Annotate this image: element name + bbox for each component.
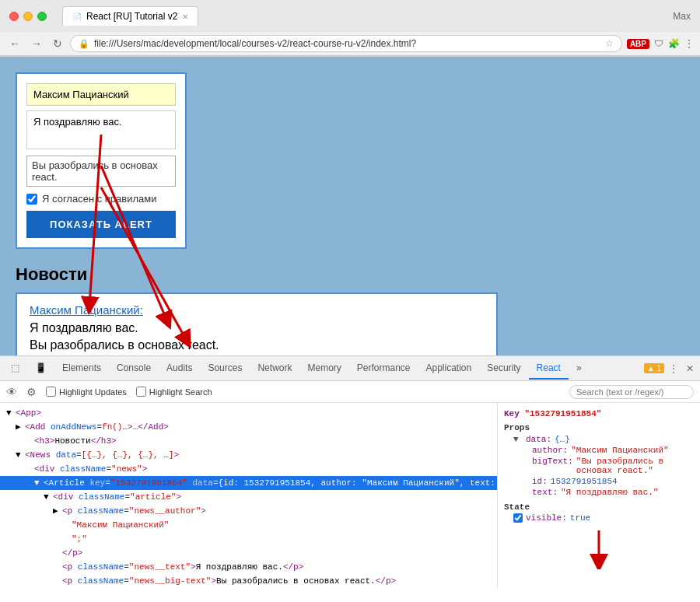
red-arrow-props (504, 530, 694, 572)
dom-line-article-selected[interactable]: ▼<Article key="1532791951854" data={id: … (0, 476, 497, 490)
dom-line-close-p[interactable]: </p> (0, 546, 497, 560)
minimize-button[interactable] (23, 12, 33, 21)
highlight-updates-checkbox[interactable] (46, 387, 56, 397)
message-textarea[interactable]: Я поздравляю вас. (26, 110, 176, 149)
props-author-value: "Максим Пацианский" (571, 446, 668, 455)
tab-memory[interactable]: Memory (299, 358, 348, 380)
forward-button[interactable]: → (28, 36, 45, 51)
key-value: "1532791951854" (524, 409, 601, 418)
dom-line-author-text[interactable]: "Максим Пацианский" (0, 518, 497, 532)
traffic-lights (9, 12, 47, 21)
props-bigtext-value: "Вы разобрались в основах react." (576, 457, 694, 475)
news-big-text-1: Вы разобрались в основах react. (30, 338, 484, 352)
star-icon[interactable]: ☆ (605, 38, 614, 49)
news-section: Новости Максим Пацианский: Я поздравляю … (16, 264, 684, 355)
props-panel: Key "1532791951854" Props ▼ data: {…} au… (498, 403, 700, 589)
props-text-name: text: (532, 488, 558, 497)
dom-line-author-semi[interactable]: ";" (0, 532, 497, 546)
triangle-news[interactable]: ▼ (16, 449, 25, 461)
tab-bar: 📄 React [RU] Tutorial v2 ✕ (53, 6, 208, 26)
triangle-app[interactable]: ▼ (6, 407, 16, 419)
devtools-toolbar: 👁 ⚙ Highlight Updates Highlight Search (0, 381, 700, 403)
settings-icon[interactable]: ⚙ (26, 386, 37, 398)
tab-audits[interactable]: Audits (159, 358, 200, 380)
lock-icon: 🔒 (79, 39, 89, 49)
shield-icon[interactable]: 🛡 (654, 38, 663, 49)
dom-line-p-bigtext[interactable]: <p className="news__big-text">Вы разобра… (0, 574, 497, 588)
close-button[interactable] (9, 12, 19, 21)
props-author-row: author: "Максим Пацианский" (523, 445, 694, 456)
devtools-more-icon[interactable]: ⋮ (666, 360, 681, 377)
agree-checkbox[interactable] (26, 194, 37, 205)
extension-icon[interactable]: 🧩 (668, 38, 680, 49)
maximize-button[interactable] (37, 12, 47, 21)
news-text-1: Я поздравляю вас. (30, 321, 484, 335)
visible-checkbox[interactable] (513, 513, 523, 523)
props-data-value: {…} (555, 435, 570, 444)
dom-line-close-div-article[interactable]: </div> (0, 588, 497, 589)
triangle-p-author[interactable]: ▶ (53, 505, 62, 517)
props-bigtext-row: bigText: "Вы разобрались в основах react… (523, 456, 694, 476)
dom-line-div-article[interactable]: ▼<div className="article"> (0, 490, 497, 504)
props-data-row: ▼ data: {…} (504, 434, 694, 445)
eye-icon[interactable]: 👁 (6, 386, 17, 398)
reload-button[interactable]: ↻ (50, 36, 65, 51)
triangle-article[interactable]: ▼ (34, 477, 44, 489)
triangle-data[interactable]: ▼ (513, 435, 523, 444)
props-data-name: data: (526, 435, 551, 444)
props-visible-name: visible: (526, 513, 567, 523)
props-key: Key "1532791951854" (504, 409, 694, 418)
menu-icon[interactable]: ⋮ (684, 38, 694, 49)
dom-line-div-news[interactable]: <div className="news"> (0, 462, 497, 476)
page-area: Я поздравляю вас. Вы разобрались в основ… (0, 57, 700, 355)
devtools-icon-mobile[interactable]: 📱 (27, 358, 54, 380)
tab-more[interactable]: » (569, 358, 590, 380)
tab-network[interactable]: Network (250, 358, 299, 380)
dom-line-add[interactable]: ▶<Add onAddNews=fn()…>…</Add> (0, 420, 497, 434)
devtools-close-icon[interactable]: ✕ (683, 360, 697, 377)
news-author-1[interactable]: Максим Пацианский: (30, 303, 484, 317)
dom-line-p-author[interactable]: ▶<p className="news__author"> (0, 504, 497, 518)
show-alert-button[interactable]: ПОКАЗАТЬ ALERT (26, 211, 176, 238)
browser-tab[interactable]: 📄 React [RU] Tutorial v2 ✕ (62, 6, 198, 26)
tab-title: React [RU] Tutorial v2 (86, 11, 177, 22)
react-search-input[interactable] (569, 385, 694, 399)
props-visible-value: true (570, 513, 590, 523)
props-text-value: "Я поздравляю вас." (561, 488, 658, 497)
highlight-search-label[interactable]: Highlight Search (136, 387, 212, 397)
highlight-search-checkbox[interactable] (136, 387, 146, 397)
dom-line-news[interactable]: ▼<News data=[{…}, {…}, {…}, …]> (0, 448, 497, 462)
big-text-display: Вы разобрались в основах react. (26, 156, 176, 187)
tab-performance[interactable]: Performance (349, 358, 418, 380)
address-bar[interactable]: 🔒 file:///Users/mac/development/local/co… (70, 35, 622, 52)
tab-security[interactable]: Security (479, 358, 528, 380)
highlight-updates-label[interactable]: Highlight Updates (46, 387, 127, 397)
dom-line-app[interactable]: ▼<App> (0, 406, 497, 420)
checkbox-row: Я согласен с правилами (26, 193, 176, 205)
tab-favicon: 📄 (72, 12, 82, 21)
agree-label: Я согласен с правилами (42, 193, 156, 205)
tab-elements[interactable]: Elements (54, 358, 109, 380)
triangle-add[interactable]: ▶ (16, 421, 25, 433)
tab-console[interactable]: Console (109, 358, 159, 380)
dom-line-h3[interactable]: <h3>Новости</h3> (0, 434, 497, 448)
props-id-row: id: 1532791951854 (523, 476, 694, 487)
devtools-tab-icons: ▲ 1 ⋮ ✕ (644, 360, 697, 377)
back-button[interactable]: ← (6, 36, 23, 51)
devtools-icon-cursor[interactable]: ⬚ (3, 358, 27, 380)
adblock-icon[interactable]: ABP (627, 39, 649, 49)
tab-close-button[interactable]: ✕ (182, 12, 188, 21)
tab-react[interactable]: React (529, 358, 569, 380)
browser-content: Я поздравляю вас. Вы разобрались в основ… (0, 57, 700, 589)
dom-line-p-text[interactable]: <p className="news__text">Я поздравляю в… (0, 560, 497, 574)
warning-badge[interactable]: ▲ 1 (644, 363, 664, 373)
triangle-div-article[interactable]: ▼ (44, 491, 53, 503)
highlight-search-text: Highlight Search (149, 387, 212, 397)
tab-sources[interactable]: Sources (200, 358, 250, 380)
form-section: Я поздравляю вас. Вы разобрались в основ… (16, 72, 187, 249)
dom-panel: ▼<App> ▶<Add onAddNews=fn()…>…</Add> <h3… (0, 403, 498, 589)
user-name: Max (673, 11, 691, 22)
state-label: State (504, 502, 694, 512)
tab-application[interactable]: Application (418, 358, 480, 380)
name-input[interactable] (26, 83, 176, 106)
